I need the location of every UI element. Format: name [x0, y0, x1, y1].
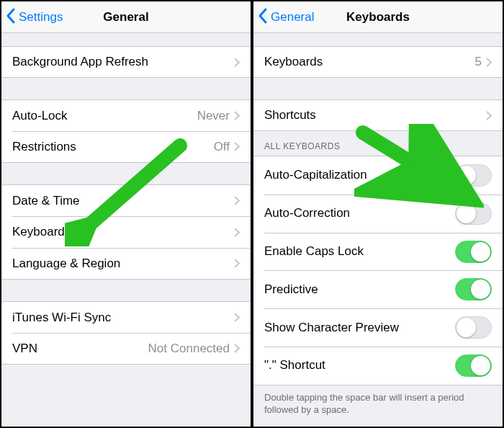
toggle-auto-correction[interactable]	[455, 202, 492, 225]
cell-label: Background App Refresh	[12, 55, 234, 69]
chevron-right-icon	[234, 142, 240, 151]
row-auto-correction[interactable]: Auto-Correction	[253, 195, 503, 233]
general-settings-pane: Settings General Background App Refresh …	[1, 1, 252, 427]
toggle-show-character-preview[interactable]	[455, 316, 492, 339]
row-keyboard[interactable]: Keyboard	[1, 216, 251, 248]
cell-label: Date & Time	[12, 194, 234, 208]
cell-label: Predictive	[264, 282, 455, 297]
cell-detail: Never	[197, 109, 230, 123]
row-auto-capitalization[interactable]: Auto-Capitalization	[253, 156, 503, 195]
cell-label: Enable Caps Lock	[264, 244, 455, 259]
chevron-left-icon	[258, 8, 271, 27]
cell-detail: 5	[475, 55, 482, 69]
back-label: General	[271, 10, 314, 24]
chevron-right-icon	[234, 313, 240, 322]
toggle-auto-capitalization[interactable]	[455, 164, 492, 187]
chevron-right-icon	[234, 344, 240, 353]
row-enable-caps-lock[interactable]: Enable Caps Lock	[253, 233, 503, 271]
page-title: Keyboards	[346, 10, 410, 24]
chevron-right-icon	[234, 111, 240, 120]
cell-label: Show Character Preview	[264, 321, 455, 335]
row-language-region[interactable]: Language & Region	[1, 248, 251, 280]
row-show-character-preview[interactable]: Show Character Preview	[253, 308, 503, 347]
cell-detail: Not Connected	[148, 342, 230, 356]
keyboards-settings-pane: General Keyboards Keyboards 5 Shortcuts …	[252, 1, 503, 427]
row-restrictions[interactable]: Restrictions Off	[1, 131, 251, 163]
chevron-right-icon	[234, 259, 240, 268]
row-itunes-wifi-sync[interactable]: iTunes Wi-Fi Sync	[1, 301, 251, 333]
row-predictive[interactable]: Predictive	[253, 270, 503, 308]
row-auto-lock[interactable]: Auto-Lock Never	[1, 99, 251, 131]
cell-label: Shortcuts	[264, 108, 486, 122]
group-footer-period-shortcut: Double tapping the space bar will insert…	[253, 385, 503, 427]
toggle-predictive[interactable]	[455, 278, 492, 300]
row-background-app-refresh[interactable]: Background App Refresh	[1, 46, 251, 78]
row-keyboards-count[interactable]: Keyboards 5	[253, 46, 503, 78]
back-to-settings-button[interactable]: Settings	[6, 1, 63, 33]
back-to-general-button[interactable]: General	[258, 1, 314, 33]
toggle-period-shortcut[interactable]	[455, 355, 492, 377]
chevron-left-icon	[6, 8, 19, 27]
cell-label: Language & Region	[12, 257, 234, 271]
cell-label: Auto-Correction	[264, 206, 455, 220]
chevron-right-icon	[234, 58, 240, 67]
page-title: General	[103, 10, 148, 24]
cell-label: VPN	[12, 342, 148, 356]
cell-label: Keyboard	[12, 225, 234, 239]
cell-label: Keyboards	[264, 55, 475, 69]
cell-label: Restrictions	[12, 140, 214, 154]
navbar-keyboards: General Keyboards	[253, 1, 503, 33]
row-shortcuts[interactable]: Shortcuts	[253, 99, 503, 131]
navbar-general: Settings General	[1, 1, 251, 33]
row-period-shortcut[interactable]: "." Shortcut	[253, 347, 503, 385]
row-vpn[interactable]: VPN Not Connected	[1, 333, 251, 365]
cell-label: iTunes Wi-Fi Sync	[12, 311, 234, 325]
chevron-right-icon	[486, 58, 492, 67]
group-header-all-keyboards: ALL KEYBOARDS	[253, 131, 503, 156]
cell-label: Auto-Lock	[12, 109, 197, 123]
row-date-time[interactable]: Date & Time	[1, 184, 251, 216]
cell-label: Auto-Capitalization	[264, 168, 455, 182]
toggle-enable-caps-lock[interactable]	[455, 241, 492, 263]
back-label: Settings	[19, 10, 63, 24]
chevron-right-icon	[486, 111, 492, 120]
cell-label: "." Shortcut	[264, 358, 455, 373]
chevron-right-icon	[234, 228, 240, 237]
chevron-right-icon	[234, 196, 240, 205]
cell-detail: Off	[214, 140, 230, 154]
